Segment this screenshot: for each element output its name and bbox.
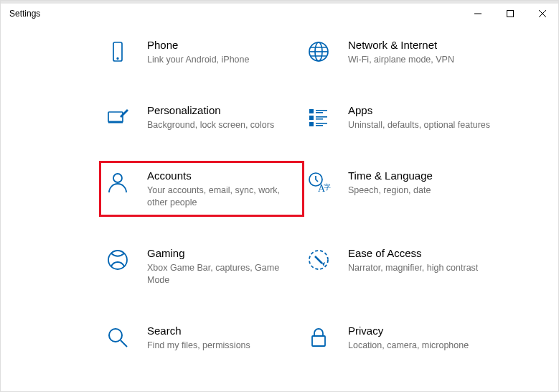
- close-button[interactable]: [526, 4, 558, 24]
- svg-line-28: [121, 340, 127, 347]
- tile-apps[interactable]: Apps Uninstall, defaults, optional featu…: [302, 98, 503, 137]
- tile-search[interactable]: Search Find my files, permissions: [101, 318, 302, 358]
- tile-gaming[interactable]: Gaming Xbox Game Bar, captures, Game Mod…: [101, 241, 302, 292]
- svg-rect-19: [316, 125, 323, 126]
- paintbrush-icon: [105, 105, 130, 129]
- svg-point-24: [108, 251, 127, 269]
- svg-rect-15: [316, 116, 327, 118]
- tile-time-language[interactable]: A 字 Time & Language Speech, region, date: [302, 163, 503, 215]
- svg-rect-18: [316, 123, 327, 124]
- tile-title: Gaming: [147, 246, 291, 261]
- window-title: Settings: [1, 9, 40, 19]
- tile-desc: Location, camera, microphone: [348, 340, 469, 352]
- clock-language-icon: A 字: [306, 170, 331, 195]
- svg-rect-1: [507, 11, 513, 17]
- tile-privacy[interactable]: Privacy Location, camera, microphone: [302, 318, 503, 358]
- svg-point-27: [109, 329, 122, 342]
- close-icon: [539, 10, 546, 17]
- tile-desc: Background, lock screen, colors: [147, 119, 274, 131]
- tile-title: Personalization: [147, 103, 274, 118]
- tile-desc: Xbox Game Bar, captures, Game Mode: [147, 262, 291, 286]
- lock-icon: [306, 325, 331, 350]
- svg-rect-12: [316, 110, 327, 111]
- tile-title: Privacy: [348, 324, 469, 338]
- tile-title: Phone: [147, 38, 249, 52]
- minimize-icon: [474, 10, 482, 17]
- xbox-icon: [105, 248, 130, 272]
- tile-desc: Link your Android, iPhone: [147, 54, 249, 66]
- tile-desc: Speech, region, date: [348, 185, 433, 197]
- tile-title: Accounts: [147, 169, 291, 183]
- tile-title: Network & Internet: [348, 38, 454, 52]
- svg-rect-16: [316, 118, 323, 120]
- svg-rect-17: [309, 122, 314, 126]
- tile-phone[interactable]: Phone Link your Android, iPhone: [101, 32, 302, 72]
- tile-title: Apps: [348, 103, 490, 118]
- svg-rect-13: [316, 112, 323, 113]
- tile-network[interactable]: Network & Internet Wi-Fi, airplane mode,…: [302, 32, 503, 72]
- settings-grid: Phone Link your Android, iPhone Network …: [101, 32, 558, 358]
- apps-list-icon: [306, 105, 331, 129]
- maximize-button[interactable]: [494, 4, 526, 24]
- svg-point-5: [117, 58, 118, 60]
- titlebar: Settings: [1, 1, 558, 24]
- tile-title: Search: [147, 324, 250, 338]
- minimize-button[interactable]: [461, 4, 494, 24]
- person-icon: [105, 170, 130, 195]
- tile-desc: Uninstall, defaults, optional features: [348, 119, 490, 131]
- tile-title: Ease of Access: [348, 246, 478, 261]
- tile-desc: Your accounts, email, sync, work, other …: [147, 185, 291, 209]
- svg-rect-11: [309, 109, 314, 113]
- ease-of-access-icon: [306, 248, 331, 272]
- globe-icon: [306, 39, 331, 64]
- tile-desc: Narrator, magnifier, high contrast: [348, 262, 478, 274]
- svg-rect-29: [312, 336, 325, 346]
- tile-ease-of-access[interactable]: Ease of Access Narrator, magnifier, high…: [302, 241, 503, 292]
- svg-rect-14: [309, 116, 314, 120]
- tile-desc: Find my files, permissions: [147, 340, 250, 352]
- svg-point-20: [113, 174, 122, 182]
- phone-icon: [105, 39, 130, 64]
- window-controls: [461, 4, 558, 24]
- tile-personalization[interactable]: Personalization Background, lock screen,…: [101, 98, 302, 137]
- tile-title: Time & Language: [348, 169, 433, 183]
- svg-text:字: 字: [324, 183, 331, 191]
- search-icon: [105, 325, 130, 350]
- tile-accounts[interactable]: Accounts Your accounts, email, sync, wor…: [99, 161, 304, 217]
- maximize-icon: [507, 10, 514, 17]
- tile-desc: Wi-Fi, airplane mode, VPN: [348, 54, 454, 66]
